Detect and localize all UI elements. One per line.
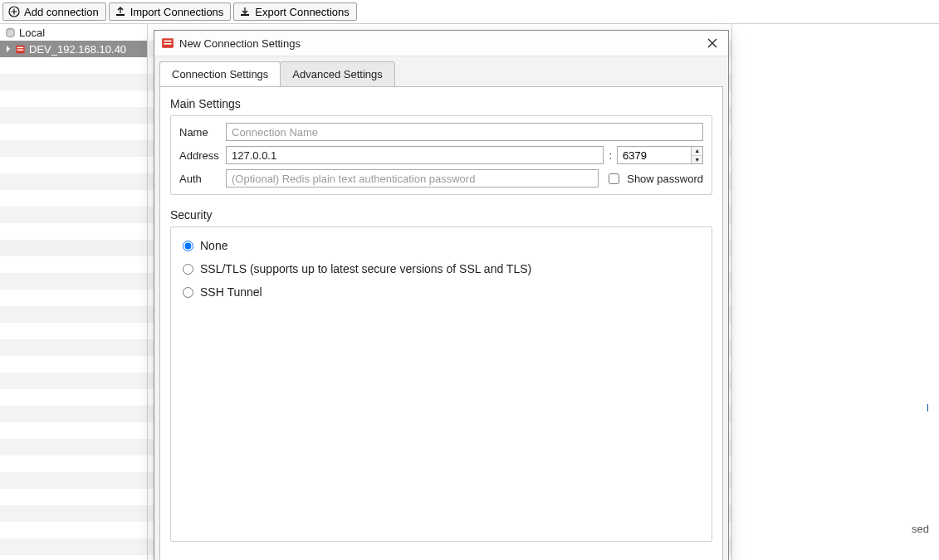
show-password-label: Show password (627, 173, 703, 185)
side-link-fragment: l (927, 402, 929, 414)
security-title: Security (170, 208, 712, 222)
tree-item-label: DEV_192.168.10.40 (29, 43, 126, 56)
auth-label: Auth (179, 173, 226, 185)
main-settings-group: Name Address : ▲ ▼ Auth (170, 115, 712, 195)
security-radio-ssl[interactable] (183, 264, 193, 275)
new-connection-dialog: New Connection Settings Connection Setti… (154, 30, 729, 560)
side-status-fragment: sed (912, 523, 929, 535)
security-option-none[interactable]: None (179, 234, 703, 257)
security-option-label: SSH Tunnel (200, 285, 262, 299)
tree-item-label: Local (19, 27, 45, 39)
tree-item-local[interactable]: Local (0, 24, 147, 41)
tab-advanced-settings[interactable]: Advanced Settings (280, 61, 394, 87)
dialog-body: Connection Settings Advanced Settings Ma… (154, 56, 728, 560)
connections-tree[interactable]: Local DEV_192.168.10.40 (0, 24, 148, 560)
plus-circle-icon (8, 6, 20, 17)
svg-rect-7 (164, 43, 171, 45)
svg-rect-6 (164, 41, 171, 42)
add-connection-label: Add connection (24, 6, 99, 18)
security-radio-none[interactable] (183, 241, 193, 251)
top-toolbar: Add connection Import Connections Export… (0, 0, 939, 23)
svg-rect-3 (17, 46, 23, 47)
port-step-down-icon[interactable]: ▼ (692, 156, 702, 164)
security-option-ssh[interactable]: SSH Tunnel (179, 280, 703, 304)
chevron-right-icon (5, 46, 12, 52)
address-label: Address (179, 149, 226, 162)
tab-page-connection: Main Settings Name Address : ▲ ▼ (159, 86, 723, 560)
content-side-panel: l sed (731, 24, 939, 560)
name-input[interactable] (226, 123, 703, 141)
main-settings-title: Main Settings (170, 97, 712, 110)
export-connections-button[interactable]: Export Connections (233, 2, 356, 21)
port-input[interactable] (618, 147, 691, 163)
address-port-separator: : (609, 149, 612, 162)
export-connections-label: Export Connections (255, 6, 349, 18)
add-connection-button[interactable]: Add connection (2, 2, 106, 21)
security-option-label: None (200, 239, 227, 252)
svg-rect-4 (17, 49, 23, 50)
tab-connection-settings[interactable]: Connection Settings (159, 61, 281, 87)
security-group: None SSL/TLS (supports up to latest secu… (170, 226, 712, 542)
import-connections-button[interactable]: Import Connections (109, 2, 232, 21)
name-label: Name (179, 126, 226, 139)
show-password-toggle[interactable]: Show password (605, 171, 703, 187)
dialog-titlebar[interactable]: New Connection Settings (154, 31, 728, 56)
port-stepper[interactable]: ▲ ▼ (617, 146, 703, 164)
address-input[interactable] (226, 146, 604, 164)
tree-item-dev[interactable]: DEV_192.168.10.40 (0, 41, 147, 57)
tab-bar: Connection Settings Advanced Settings (159, 61, 723, 87)
port-step-up-icon[interactable]: ▲ (692, 147, 702, 156)
close-icon[interactable] (705, 36, 720, 51)
redis-icon (161, 37, 174, 50)
security-radio-ssh[interactable] (183, 287, 193, 298)
auth-input[interactable] (226, 169, 599, 187)
import-connections-label: Import Connections (130, 6, 224, 18)
security-option-label: SSL/TLS (supports up to latest secure ve… (200, 262, 531, 275)
upload-icon (115, 6, 126, 17)
database-icon (5, 27, 16, 38)
dialog-title: New Connection Settings (179, 37, 301, 50)
security-option-ssl[interactable]: SSL/TLS (supports up to latest secure ve… (179, 257, 703, 280)
redis-icon (15, 44, 26, 55)
show-password-checkbox[interactable] (609, 173, 619, 184)
download-icon (239, 6, 251, 17)
